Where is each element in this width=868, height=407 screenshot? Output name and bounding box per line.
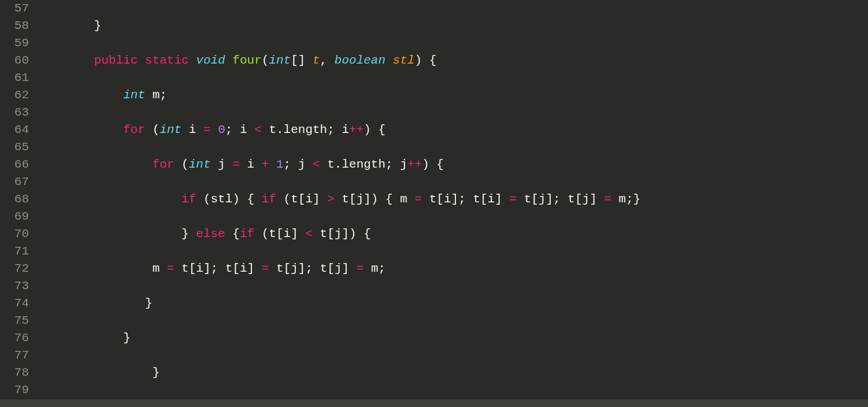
line-number: 63 [0, 104, 29, 121]
code-line[interactable]: int m; [36, 87, 868, 104]
line-number: 64 [0, 121, 29, 139]
code-line[interactable]: } else {if (t[i] < t[j]) { [36, 225, 868, 243]
line-number: 75 [0, 312, 29, 330]
code-line[interactable]: } [36, 17, 868, 35]
code-line[interactable]: } [36, 330, 868, 347]
line-number-gutter: 57 58 59 60 61 62 63 64 65 66 67 68 69 7… [0, 0, 36, 407]
line-number: 72 [0, 260, 29, 278]
code-area[interactable]: } public static void four(int[] t, boole… [36, 0, 868, 407]
line-number: 65 [0, 139, 29, 156]
line-number: 74 [0, 295, 29, 312]
code-line[interactable]: } [36, 295, 868, 312]
line-number: 60 [0, 52, 29, 69]
code-line[interactable]: public static void four(int[] t, boolean… [36, 52, 868, 69]
code-line[interactable]: for (int i = 0; i < t.length; i++) { [36, 121, 868, 139]
code-line[interactable]: m = t[i]; t[i] = t[j]; t[j] = m; [36, 260, 868, 278]
line-number: 66 [0, 156, 29, 173]
code-line[interactable]: } [36, 364, 868, 382]
line-number: 68 [0, 191, 29, 208]
line-number: 62 [0, 87, 29, 104]
line-number: 59 [0, 35, 29, 52]
line-number: 71 [0, 243, 29, 260]
line-number: 73 [0, 278, 29, 295]
line-number: 78 [0, 364, 29, 382]
code-editor[interactable]: 57 58 59 60 61 62 63 64 65 66 67 68 69 7… [0, 0, 868, 407]
line-number: 79 [0, 382, 29, 399]
line-number: 57 [0, 0, 29, 17]
line-number: 61 [0, 69, 29, 87]
line-number: 76 [0, 330, 29, 347]
line-number: 77 [0, 347, 29, 364]
line-number: 69 [0, 208, 29, 225]
code-line[interactable]: for (int j = i + 1; j < t.length; j++) { [36, 156, 868, 173]
code-line[interactable]: if (stl) { if (t[i] > t[j]) { m = t[i]; … [36, 191, 868, 208]
line-number: 67 [0, 173, 29, 191]
line-number: 70 [0, 225, 29, 243]
horizontal-scrollbar[interactable] [0, 399, 868, 407]
line-number: 58 [0, 17, 29, 35]
